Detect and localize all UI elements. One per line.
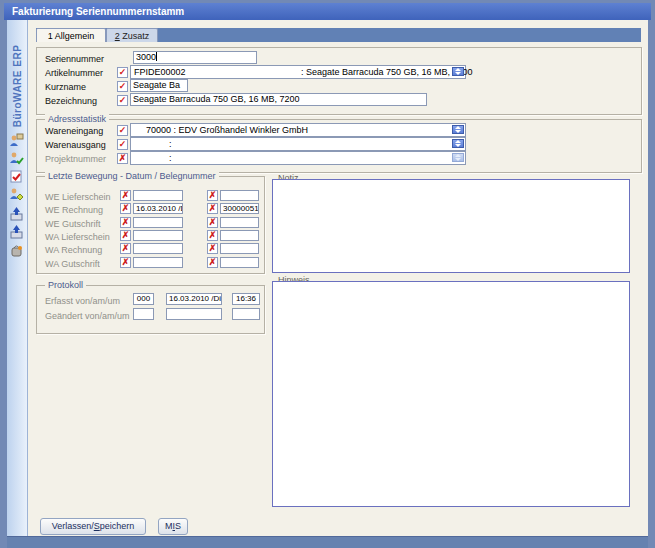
seriennummer-input[interactable]: 3000: [133, 51, 257, 64]
mail-up-icon[interactable]: [9, 207, 24, 222]
datum-input[interactable]: [133, 257, 183, 268]
sidebar: BüroWARE ERP: [7, 20, 28, 536]
datum-input[interactable]: [133, 217, 183, 228]
adressstatistik-title: Adressstatistik: [45, 114, 109, 125]
geaendert-von-input[interactable]: [133, 308, 154, 320]
spinner-button[interactable]: [452, 125, 464, 134]
spinner-button-disabled: [452, 153, 464, 162]
kurzname-input[interactable]: Seagate Ba: [130, 79, 188, 92]
brand-vertical-label: BüroWARE ERP: [7, 30, 27, 142]
datum-input[interactable]: [133, 190, 183, 201]
verlassen-speichern-button[interactable]: Verlassen/Speichern: [40, 518, 146, 535]
geaendert-label: Geändert von/am/um: [45, 310, 130, 322]
bezeichnung-input[interactable]: Seagate Barracuda 750 GB, 16 MB, 7200: [130, 93, 427, 106]
row-label: WE Gutschrift: [45, 218, 101, 230]
cross-icon[interactable]: ✗: [120, 230, 131, 241]
title-bar[interactable]: Fakturierung Seriennummernstamm: [4, 3, 651, 20]
erfasst-label: Erfasst von/am/um: [45, 295, 120, 307]
projektnummer-combo: :: [130, 151, 466, 165]
row-label: WE Lieferschein: [45, 191, 111, 203]
artikelnummer-label: Artikelnummer: [45, 67, 103, 79]
row-label: WE Rechnung: [45, 204, 103, 216]
row-label: WA Lieferschein: [45, 231, 110, 243]
artikelnummer-combo[interactable]: FPIDE00002 : Seagate Barracuda 750 GB, 1…: [130, 65, 466, 79]
seriennummer-label: Seriennummer: [45, 53, 104, 65]
spinner-button[interactable]: [452, 139, 464, 148]
check-icon[interactable]: ✓: [117, 95, 128, 106]
user-check-icon[interactable]: [9, 151, 24, 166]
warenausgang-label: Warenausgang: [45, 139, 106, 151]
cross-icon[interactable]: ✗: [120, 257, 131, 268]
cross-icon[interactable]: ✗: [207, 203, 218, 214]
cross-icon[interactable]: ✗: [117, 153, 128, 164]
client-area: BüroWARE ERP: [7, 20, 648, 536]
cross-icon[interactable]: ✗: [120, 243, 131, 254]
check-icon[interactable]: ✓: [117, 81, 128, 92]
cross-icon[interactable]: ✗: [207, 190, 218, 201]
cross-icon[interactable]: ✗: [120, 190, 131, 201]
user-card-icon[interactable]: [9, 133, 24, 148]
tab-allgemein[interactable]: 1 Allgemein: [36, 28, 106, 42]
wareneingang-combo[interactable]: 70000 : EDV Großhandel Winkler GmbH: [130, 123, 466, 137]
hinweis-textarea[interactable]: [272, 281, 630, 507]
erfasst-am-input[interactable]: 16.03.2010 /Di: [166, 293, 222, 305]
tab-strip: 1 Allgemein 2 Zusatz: [36, 28, 641, 42]
beleg-input[interactable]: [220, 257, 259, 268]
warenausgang-combo[interactable]: :: [130, 137, 466, 151]
notiz-textarea[interactable]: [272, 179, 630, 273]
cross-icon[interactable]: ✗: [207, 217, 218, 228]
beleg-input[interactable]: [220, 243, 259, 254]
wareneingang-label: Wareneingang: [45, 125, 103, 137]
window-title: Fakturierung Seriennummernstamm: [12, 6, 184, 17]
row-label: WA Gutschrift: [45, 258, 100, 270]
cross-icon[interactable]: ✗: [207, 230, 218, 241]
geaendert-um-input[interactable]: [232, 308, 260, 320]
mail-up-icon[interactable]: [9, 225, 24, 240]
protokoll-title: Protokoll: [45, 280, 86, 291]
cross-icon[interactable]: ✗: [120, 203, 131, 214]
status-bar: [7, 536, 648, 548]
projektnummer-label: Projektnummer: [45, 153, 106, 165]
note-check-icon[interactable]: [9, 169, 24, 184]
cross-icon[interactable]: ✗: [120, 217, 131, 228]
beleg-input[interactable]: [220, 230, 259, 241]
kurzname-label: Kurzname: [45, 81, 86, 93]
user-diamond-icon[interactable]: [9, 187, 24, 202]
datum-input[interactable]: [133, 230, 183, 241]
erfasst-von-input[interactable]: 000: [133, 293, 154, 305]
app-window: Fakturierung Seriennummernstamm BüroWARE…: [0, 0, 655, 548]
check-icon[interactable]: ✓: [117, 139, 128, 150]
mis-button[interactable]: MIS: [158, 518, 188, 535]
cross-icon[interactable]: ✗: [207, 257, 218, 268]
bewegung-title: Letzte Bewegung - Datum / Belegnummer: [45, 171, 219, 182]
datum-input[interactable]: 16.03.2010 /Di: [133, 203, 183, 214]
text-caret: [156, 52, 157, 61]
spinner-button[interactable]: [452, 67, 464, 76]
check-icon[interactable]: ✓: [117, 125, 128, 136]
beleg-input[interactable]: [220, 217, 259, 228]
beleg-input[interactable]: 30000051: [220, 203, 259, 214]
datum-input[interactable]: [133, 243, 183, 254]
geaendert-am-input[interactable]: [166, 308, 222, 320]
erfasst-um-input[interactable]: 16:36: [232, 293, 260, 305]
tab-zusatz[interactable]: 2 Zusatz: [106, 28, 158, 42]
row-label: WA Rechnung: [45, 244, 102, 256]
beleg-input[interactable]: [220, 190, 259, 201]
bag-icon[interactable]: [9, 243, 24, 258]
bezeichnung-label: Bezeichnung: [45, 95, 97, 107]
cross-icon[interactable]: ✗: [207, 243, 218, 254]
check-icon[interactable]: ✓: [117, 67, 128, 78]
